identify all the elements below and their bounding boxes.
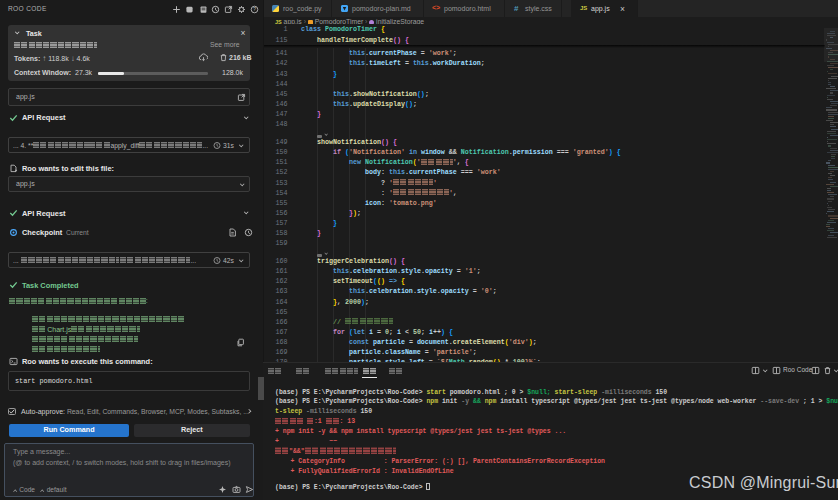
svg-text:?: ? [253, 6, 256, 12]
